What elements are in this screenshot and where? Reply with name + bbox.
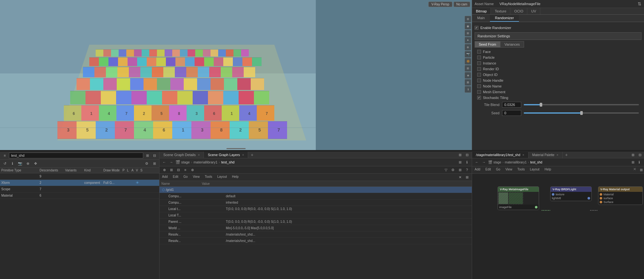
viewport-icon-10[interactable]: ⊠ <box>465 79 471 86</box>
instance-checkbox[interactable] <box>477 61 481 65</box>
tile-blend-slider[interactable] <box>524 104 639 105</box>
vray-persp-button[interactable]: V-Ray Persp <box>428 2 452 7</box>
seed-slider-handle[interactable] <box>580 111 583 115</box>
stochastic-tiling-checkbox[interactable]: ✓ <box>477 96 481 100</box>
sg-icon-2[interactable]: ⊞ <box>168 167 174 173</box>
icon-move[interactable]: ✥ <box>33 161 38 166</box>
node-3-input-port-material[interactable] <box>600 193 602 196</box>
sub-tab-main[interactable]: Main <box>472 15 490 22</box>
node-1-output-port[interactable] <box>535 206 537 208</box>
ng-breadcrumb-test-shd[interactable]: test_shd <box>530 161 542 164</box>
ng-back-btn[interactable]: ← <box>474 159 480 165</box>
viewport-icon-8[interactable]: ⊞ <box>465 65 471 72</box>
breadcrumb-stage[interactable]: 🎬 stage <box>175 160 190 164</box>
ng-close-tab-1[interactable]: × <box>522 153 524 157</box>
sg-help-btn[interactable]: ? <box>464 167 470 173</box>
node-3-input-port-surface2[interactable] <box>600 201 602 203</box>
ng-close-tab-2[interactable]: × <box>557 153 559 157</box>
viewport-icon-6[interactable]: 📷 <box>465 51 471 57</box>
face-checkbox[interactable] <box>477 50 481 54</box>
node-vray-material-output[interactable]: V-Ray Material output Material surface S… <box>598 186 643 205</box>
ng-menu-go[interactable]: Go <box>493 167 503 173</box>
ng-expand-main-btn[interactable]: ⊞ <box>638 167 644 173</box>
bottom-resize-strip[interactable] <box>226 148 246 149</box>
ng-menu-edit[interactable]: Edit <box>483 167 493 173</box>
list-item[interactable]: Local T... <box>159 212 472 219</box>
ng-close-main-btn[interactable]: ✕ <box>631 167 638 173</box>
icon-info[interactable]: ℹ <box>10 161 15 166</box>
viewport-icon-7[interactable]: 🔆 <box>465 58 471 64</box>
list-item[interactable]: Compu... default <box>159 193 472 200</box>
seed-slider[interactable] <box>524 112 639 114</box>
no-cam-button[interactable]: No cam <box>454 2 470 7</box>
sg-expand-right-btn[interactable]: ⊞ <box>464 174 470 180</box>
list-item[interactable]: Local t... T(0.0, 0.0, 0.0) R(0.0, -0.0,… <box>159 206 472 212</box>
ng-forward-btn[interactable]: → <box>481 159 487 165</box>
ng-collapse-btn[interactable]: ⊟ <box>637 152 643 158</box>
node-graph-canvas[interactable]: V-Ray MetaImageFile <box>472 174 644 279</box>
icon-settings[interactable]: ⚙ <box>144 161 150 166</box>
scene-graph-info[interactable]: ℹ <box>464 159 470 165</box>
tab-uv[interactable]: UV <box>527 8 540 14</box>
icon-refresh[interactable]: ↺ <box>2 161 8 166</box>
viewport-icon-4[interactable]: ✦ <box>465 37 471 43</box>
ng-menu-view[interactable]: View <box>503 167 515 173</box>
table-row[interactable]: Material 6 <box>0 192 159 199</box>
icon-camera[interactable]: 📷 <box>17 161 23 166</box>
ng-right-info-btn[interactable]: ℹ <box>636 159 642 165</box>
tab-scene-graph-layers[interactable]: Scene Graph Layers × <box>204 152 248 158</box>
back-btn[interactable]: ← <box>161 159 167 165</box>
viewport-icon-9[interactable]: ◈ <box>465 72 471 79</box>
table-row[interactable]: 9 <box>0 173 159 180</box>
list-item[interactable]: World ... Min[-5.0,0.0,-5.0] Max[5.0,0.0… <box>159 225 472 231</box>
menu-edit[interactable]: Edit <box>170 174 181 180</box>
icon-select[interactable]: ⊕ <box>25 161 31 166</box>
seed-from-tab[interactable]: Seed From <box>475 41 500 48</box>
ng-tab-material-palette[interactable]: Material Palette × <box>529 152 563 158</box>
sg-icon-3[interactable]: ⊟ <box>175 167 181 173</box>
menu-view[interactable]: View <box>190 174 202 180</box>
sg-icon-4[interactable]: ≡ <box>182 167 188 173</box>
breadcrumb-test-shd[interactable]: test_shd <box>221 160 235 164</box>
node-handle-checkbox[interactable] <box>477 79 481 82</box>
ng-right-expand-btn[interactable]: ⊞ <box>630 159 636 165</box>
left-panel-collapse-btn[interactable]: ⊟ <box>152 153 157 158</box>
node-2-input-port-texture[interactable] <box>552 193 554 196</box>
ng-breadcrumb-materiallibrary1[interactable]: materiallibrary1 <box>505 161 527 164</box>
tab-ocio[interactable]: OCIO <box>510 8 527 14</box>
asset-name-expand-icon[interactable]: ⇅ <box>638 1 641 6</box>
close-scene-graph-details[interactable]: × <box>198 153 200 157</box>
scene-graph-collapse-btn[interactable]: ⊟ <box>464 152 470 158</box>
list-item[interactable]: ⬡ /grid1 <box>159 187 472 193</box>
sg-icon-5[interactable]: ⊕ <box>189 167 195 173</box>
variances-tab[interactable]: Variances <box>500 41 524 48</box>
sg-filter-btn[interactable]: ▽ <box>443 167 449 173</box>
enable-randomizer-checkbox[interactable]: ✓ <box>475 26 478 30</box>
ng-menu-add[interactable]: Add <box>472 167 483 173</box>
ng-add-tab-btn[interactable]: + <box>563 152 570 158</box>
left-panel-expand-btn[interactable]: ⊞ <box>144 153 150 158</box>
object-id-checkbox[interactable] <box>477 73 481 77</box>
add-tab-button[interactable]: + <box>248 152 256 158</box>
scene-graph-expand-btn[interactable]: ⊞ <box>457 152 463 158</box>
viewport-icon-1[interactable]: ⚙ <box>465 16 471 22</box>
sg-icon-1[interactable]: ⊕ <box>161 167 167 173</box>
ng-expand-btn[interactable]: ⊞ <box>630 152 636 158</box>
sg-settings-btn[interactable]: ⚙ <box>450 167 456 173</box>
viewport-icon-11[interactable]: ℹ <box>465 86 471 93</box>
list-item[interactable]: Parent ... T(0.0, 0.0, 0.0) R(0.0, -0.0,… <box>159 219 472 225</box>
viewport-icon-2[interactable]: ◉ <box>465 23 471 29</box>
node-vray-brdflight[interactable]: V-Ray BRDFLight texture lightMtl <box>550 186 592 201</box>
node-name-checkbox[interactable] <box>477 84 481 88</box>
ng-tab-path[interactable]: /stage/materiallibrary1/test_shd × <box>472 152 529 158</box>
render-id-checkbox[interactable] <box>477 67 481 71</box>
menu-help[interactable]: Help <box>229 174 241 180</box>
menu-add[interactable]: Add <box>159 174 170 180</box>
stage-selector-input[interactable] <box>9 153 143 158</box>
tile-blend-slider-handle[interactable] <box>540 103 542 107</box>
ng-breadcrumb-stage[interactable]: 🎬 stage <box>488 160 501 164</box>
breadcrumb-materiallibrary1[interactable]: materiallibrary1 <box>194 160 218 164</box>
node-2-output-port[interactable] <box>588 197 590 200</box>
menu-layout[interactable]: Layout <box>215 174 229 180</box>
list-item[interactable]: Resolv... /materials/test_shd... <box>159 238 472 244</box>
